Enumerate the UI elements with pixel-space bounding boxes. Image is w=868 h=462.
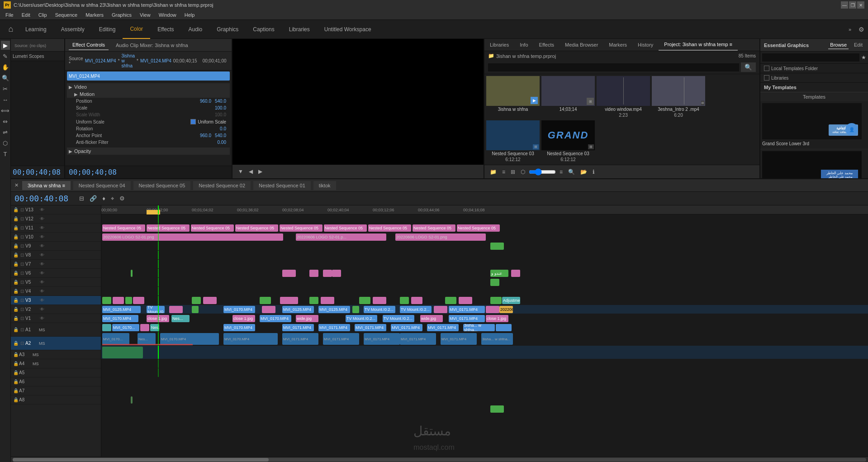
- clip-v2-mvi4[interactable]: TV Mount.!0.2...: [383, 315, 414, 322]
- clip-v2-close2[interactable]: close 1.jpg: [232, 315, 255, 322]
- track-row-v4[interactable]: Adjustment: [101, 296, 868, 305]
- eg-search-input[interactable]: [762, 53, 859, 62]
- timeline-scrollbar[interactable]: [11, 457, 868, 462]
- lumetri-scopes-tab[interactable]: Lumetri Scopes: [11, 52, 64, 61]
- clip-a1-1[interactable]: MVI_0170...: [102, 333, 129, 345]
- clip-v3-label[interactable]: 20220625: [499, 306, 513, 313]
- clip-a1-6[interactable]: MVI_0171.MP4: [323, 333, 359, 345]
- track-v10-sync[interactable]: ⊡: [19, 234, 25, 240]
- eg-star-icon[interactable]: ★: [861, 54, 866, 61]
- tool-rate-stretch[interactable]: ⟺: [1, 106, 10, 115]
- track-row-v3[interactable]: MVI_0125.MP4 TV Mount.!0... MVI_0170.MP4…: [101, 305, 868, 314]
- workspace-tab-color[interactable]: Color: [123, 20, 150, 39]
- track-row-v9[interactable]: [101, 251, 868, 260]
- clip-v3-9[interactable]: [352, 306, 359, 313]
- clip-v7-4[interactable]: [323, 270, 332, 277]
- close-button[interactable]: ✕: [857, 1, 864, 9]
- tool-ripple[interactable]: ↔: [1, 95, 10, 104]
- tool-pen2[interactable]: ⬡: [1, 138, 10, 148]
- add-bin-btn[interactable]: 📁: [488, 168, 498, 176]
- anchor-point-x[interactable]: 960.0: [200, 133, 211, 138]
- track-row-a8[interactable]: [101, 405, 868, 414]
- clip-v3-5[interactable]: MVI_0170.MP4: [223, 306, 255, 313]
- track-v8-sync[interactable]: ⊡: [19, 252, 25, 258]
- track-row-a3[interactable]: [101, 359, 868, 368]
- clip-v4-5[interactable]: [192, 297, 201, 304]
- clip-v3-14[interactable]: [486, 306, 499, 313]
- opacity-header[interactable]: ▶ Opacity: [67, 148, 230, 155]
- clip-a1-2[interactable]: Nes...: [138, 333, 156, 345]
- clip-v4-9[interactable]: [309, 297, 318, 304]
- clip-v3-13[interactable]: MVI_0171.MP4: [449, 306, 485, 313]
- menu-view[interactable]: View: [136, 11, 154, 19]
- eg-tab-edit[interactable]: Edit: [852, 41, 864, 49]
- clip-v4-14[interactable]: [411, 297, 422, 304]
- track-v12-lock[interactable]: 🔒: [13, 216, 19, 222]
- clip-v2-nest[interactable]: Nes...: [171, 315, 190, 322]
- clip-v2-mvi5[interactable]: MVI_0171.MP4: [449, 315, 485, 322]
- clip-v7-1[interactable]: [131, 270, 133, 277]
- track-v9-lock[interactable]: 🔒: [13, 243, 19, 249]
- track-row-v6[interactable]: [101, 278, 868, 287]
- track-a2-lock[interactable]: 🔒: [13, 340, 19, 347]
- filter-btn[interactable]: ▼: [236, 167, 245, 176]
- clip-a1-8[interactable]: MVI_0171.MP4: [400, 333, 436, 345]
- media-tab-history[interactable]: History: [632, 39, 659, 50]
- clip-a1-4[interactable]: MVI_0170.MP4: [223, 333, 278, 345]
- track-row-v11[interactable]: 20220606 LOGO S2-01.png 20220606 LOGO S2…: [101, 233, 868, 242]
- track-v4-lock[interactable]: 🔒: [13, 288, 19, 295]
- clip-v3-7[interactable]: MVI_0125.MP4: [282, 306, 314, 313]
- media-thumb-2[interactable]: ⊞ 14;03;14: [541, 76, 595, 119]
- workspace-tab-audio[interactable]: Audio: [181, 20, 210, 39]
- folder-btn[interactable]: 📂: [579, 168, 589, 176]
- track-a3-solo[interactable]: S: [36, 352, 39, 357]
- clip-v11-logo3[interactable]: 20220606 LOGO S2-01.png: [395, 233, 486, 241]
- list-view-btn[interactable]: ≡: [500, 168, 507, 176]
- clip-v3-11[interactable]: TV Mount.!0.2...: [400, 306, 432, 313]
- clip-v12-ns8[interactable]: Nested Sequence 05: [413, 224, 455, 232]
- track-row-v12[interactable]: Nested Sequence 05 Nested Sequence 05 Ne…: [101, 224, 868, 233]
- track-a7-lock[interactable]: 🔒: [13, 388, 19, 394]
- workspace-settings[interactable]: ⚙: [859, 26, 864, 33]
- audio-clip-mixer-tab[interactable]: Audio Clip Mixer: 3ishna w shfna: [112, 41, 192, 50]
- clip-v4-12[interactable]: [373, 297, 386, 304]
- clip-a1-9[interactable]: MVI_0171.MP4: [441, 333, 477, 345]
- clip-v3-12[interactable]: [434, 306, 447, 313]
- restore-button[interactable]: ❐: [849, 1, 856, 9]
- menu-markers[interactable]: Markers: [82, 11, 107, 19]
- track-row-v7[interactable]: عندو و: [101, 269, 868, 278]
- effect-controls-tab[interactable]: Effect Controls: [69, 40, 109, 50]
- tool-pen[interactable]: ✎: [1, 52, 10, 61]
- media-tab-markers[interactable]: Markers: [603, 39, 632, 50]
- motion-header[interactable]: ▶ Motion: [67, 90, 230, 98]
- workspace-tab-effects[interactable]: Effects: [150, 20, 181, 39]
- eg-template-2[interactable]: محمد على الخاطر محمد على الخاطر 2 Liner …: [760, 149, 868, 178]
- clip-v4-1[interactable]: [102, 297, 111, 304]
- clip-v4-4[interactable]: [133, 297, 144, 304]
- track-row-v10[interactable]: [101, 242, 868, 251]
- close-seq-icon[interactable]: ✕: [14, 182, 19, 188]
- track-v12-sync[interactable]: ⊡: [19, 216, 25, 222]
- tl-settings-btn[interactable]: ⚙: [118, 194, 127, 203]
- track-row-v5[interactable]: [101, 287, 868, 296]
- media-thumb-1[interactable]: ▶ 3ishna w shfna: [486, 76, 540, 119]
- track-a3-lock[interactable]: 🔒: [13, 352, 19, 358]
- workspace-tab-graphics[interactable]: Graphics: [209, 20, 246, 39]
- nav-btn1[interactable]: ◀: [247, 167, 255, 176]
- nav-btn2[interactable]: ▶: [256, 167, 264, 176]
- clip-v1-mvi3[interactable]: MVI_0171.MP4: [282, 324, 314, 331]
- track-a8-lock[interactable]: 🔒: [13, 397, 19, 403]
- info-btn[interactable]: ℹ: [591, 168, 597, 176]
- track-v10-lock[interactable]: 🔒: [13, 234, 19, 240]
- tool-zoom[interactable]: 🔍: [1, 73, 10, 82]
- clip-v12-ns9[interactable]: Nested Sequence 05: [457, 224, 500, 232]
- clip-v2-mvi3[interactable]: TV Mount.!0.2...: [346, 315, 377, 322]
- seq-tab-nested02[interactable]: Nested Sequence 02: [193, 181, 251, 190]
- track-v8-eye[interactable]: 👁: [39, 252, 45, 258]
- clip-v3-8[interactable]: MVI_0125.MP4: [318, 306, 350, 313]
- clip-v12-ns5[interactable]: Nested Sequence 05: [280, 224, 323, 232]
- clip-v4-2[interactable]: [113, 297, 124, 304]
- track-v2-sync[interactable]: ⊡: [19, 306, 25, 313]
- clip-v7-2[interactable]: [282, 270, 296, 277]
- workspace-tab-libraries[interactable]: Libraries: [282, 20, 317, 39]
